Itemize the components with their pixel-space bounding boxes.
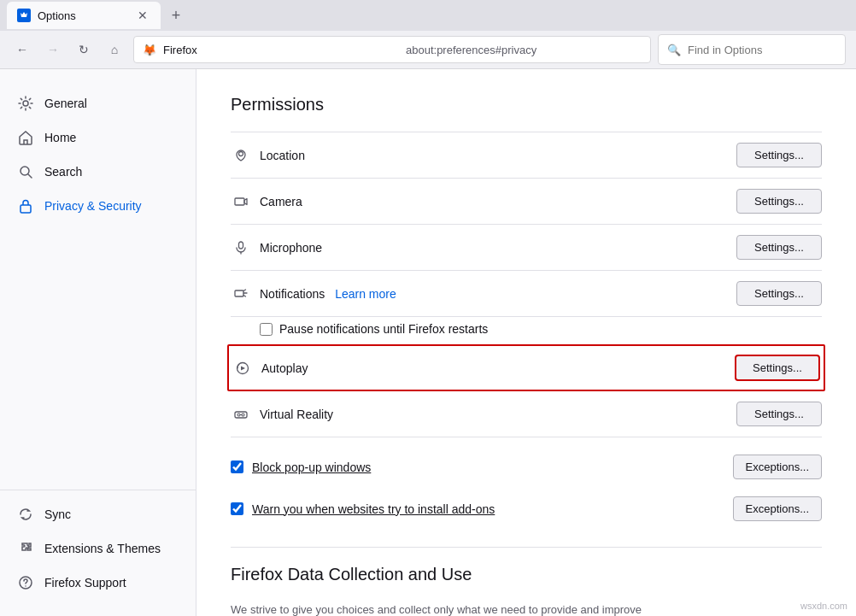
microphone-icon — [231, 238, 251, 258]
vr-settings-button[interactable]: Settings... — [736, 402, 822, 426]
sidebar-item-extensions[interactable]: Extensions & Themes — [0, 531, 196, 566]
help-icon — [17, 574, 34, 591]
tab-favicon — [17, 9, 31, 22]
puzzle-icon — [17, 540, 34, 557]
pause-notifications-checkbox[interactable] — [260, 323, 273, 336]
camera-settings-button[interactable]: Settings... — [736, 189, 822, 214]
watermark: wsxdn.com — [800, 601, 847, 611]
search-icon — [17, 163, 34, 180]
refresh-button[interactable]: ↻ — [72, 38, 96, 62]
sidebar-bottom: Sync Extensions & Themes Firefox Support — [0, 490, 196, 600]
url-bar[interactable]: 🦊 Firefox about:preferences#privacy — [133, 36, 651, 63]
tab-close-button[interactable]: ✕ — [135, 8, 150, 23]
sidebar-label-privacy: Privacy & Security — [44, 199, 142, 213]
svg-rect-9 — [235, 290, 243, 296]
tab-bar: Options ✕ + — [0, 0, 856, 31]
svg-rect-6 — [235, 198, 244, 205]
svg-point-5 — [239, 151, 243, 155]
forward-button[interactable]: → — [41, 38, 65, 62]
sidebar-item-support[interactable]: Firefox Support — [0, 566, 196, 600]
url-path: about:preferences#privacy — [406, 44, 642, 56]
permission-row-autoplay: Autoplay Settings... — [227, 344, 825, 391]
sidebar-item-home[interactable]: Home — [0, 120, 196, 155]
data-collection-section: Firefox Data Collection and Use We striv… — [231, 547, 822, 616]
vr-icon — [231, 404, 251, 425]
checkbox-section: Block pop-up windows Exceptions... Warn … — [231, 446, 822, 530]
pause-notifications-row: Pause notifications until Firefox restar… — [231, 317, 822, 344]
gear-icon — [17, 95, 34, 112]
sync-icon — [17, 506, 34, 523]
autoplay-icon — [232, 358, 253, 378]
notifications-icon — [231, 284, 251, 304]
find-in-options-bar[interactable]: 🔍 — [658, 34, 846, 65]
sidebar-item-privacy[interactable]: Privacy & Security — [0, 189, 196, 223]
data-collection-title: Firefox Data Collection and Use — [231, 565, 822, 584]
location-icon — [231, 145, 251, 166]
sidebar-label-search: Search — [44, 165, 82, 179]
location-settings-button[interactable]: Settings... — [736, 143, 822, 167]
find-search-icon: 🔍 — [667, 44, 681, 56]
permission-label-autoplay: Autoplay — [261, 361, 735, 375]
permission-label-notifications: Notifications Learn more — [260, 287, 736, 301]
permissions-title: Permissions — [231, 95, 822, 114]
svg-point-4 — [25, 585, 26, 587]
permission-label-vr: Virtual Reality — [260, 408, 736, 421]
warn-addons-checkbox[interactable] — [231, 502, 243, 515]
sidebar: General Home Search Privacy & Security — [0, 69, 196, 616]
block-popups-row: Block pop-up windows Exceptions... — [231, 446, 822, 488]
permission-row-camera: Camera Settings... — [231, 179, 822, 225]
block-popups-checkbox[interactable] — [231, 461, 243, 473]
sidebar-label-general: General — [44, 97, 87, 110]
permission-row-microphone: Microphone Settings... — [231, 225, 822, 271]
sidebar-label-extensions: Extensions & Themes — [44, 542, 161, 555]
permissions-list: Location Settings... Camera Settings... … — [231, 132, 822, 437]
lock-icon — [17, 197, 34, 214]
camera-icon — [231, 191, 251, 212]
sidebar-item-general[interactable]: General — [0, 86, 196, 120]
find-in-options-input[interactable] — [688, 44, 836, 56]
block-popups-exceptions-button[interactable]: Exceptions... — [733, 455, 822, 479]
content-area: Permissions Location Settings... Camera … — [196, 69, 856, 616]
notifications-settings-button[interactable]: Settings... — [736, 281, 822, 306]
block-popups-label[interactable]: Block pop-up windows — [252, 461, 724, 474]
permission-row-notifications: Notifications Learn more Settings... — [231, 271, 822, 317]
svg-point-12 — [237, 414, 240, 416]
main-layout: General Home Search Privacy & Security — [0, 69, 856, 616]
notifications-learn-more-link[interactable]: Learn more — [335, 287, 396, 301]
svg-rect-2 — [21, 205, 31, 213]
permission-row-vr: Virtual Reality Settings... — [231, 391, 822, 437]
back-button[interactable]: ← — [10, 38, 34, 62]
sidebar-label-home: Home — [44, 131, 76, 144]
autoplay-settings-button[interactable]: Settings... — [735, 355, 820, 381]
sidebar-label-sync: Sync — [44, 507, 71, 521]
permission-row-location: Location Settings... — [231, 132, 822, 179]
url-favicon-icon: 🦊 — [143, 44, 156, 56]
home-button[interactable]: ⌂ — [103, 38, 126, 62]
warn-addons-label[interactable]: Warn you when websites try to install ad… — [252, 502, 724, 516]
browser-chrome: Options ✕ + ← → ↻ ⌂ 🦊 Firefox about:pref… — [0, 0, 856, 69]
svg-point-0 — [23, 101, 28, 106]
tab-title: Options — [38, 9, 76, 22]
home-icon — [17, 129, 34, 146]
permission-label-microphone: Microphone — [260, 241, 736, 255]
sidebar-label-support: Firefox Support — [44, 576, 126, 590]
pause-notifications-label[interactable]: Pause notifications until Firefox restar… — [279, 322, 488, 336]
sidebar-item-search[interactable]: Search — [0, 155, 196, 189]
data-collection-desc: We strive to give you choices and collec… — [231, 601, 822, 616]
permission-label-camera: Camera — [260, 195, 736, 208]
nav-bar: ← → ↻ ⌂ 🦊 Firefox about:preferences#priv… — [0, 31, 856, 68]
url-site: Firefox — [163, 44, 399, 56]
sidebar-item-sync[interactable]: Sync — [0, 497, 196, 531]
microphone-settings-button[interactable]: Settings... — [736, 235, 822, 260]
new-tab-button[interactable]: + — [164, 3, 188, 27]
permission-label-location: Location — [260, 149, 736, 162]
svg-point-13 — [242, 414, 244, 416]
tab-options[interactable]: Options ✕ — [7, 2, 161, 29]
svg-rect-7 — [239, 242, 243, 249]
warn-addons-row: Warn you when websites try to install ad… — [231, 488, 822, 530]
warn-addons-exceptions-button[interactable]: Exceptions... — [733, 496, 822, 521]
